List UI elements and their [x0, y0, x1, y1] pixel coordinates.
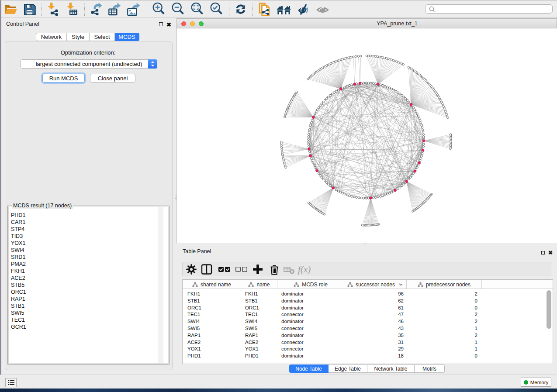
svg-text:f(x): f(x): [298, 264, 311, 275]
